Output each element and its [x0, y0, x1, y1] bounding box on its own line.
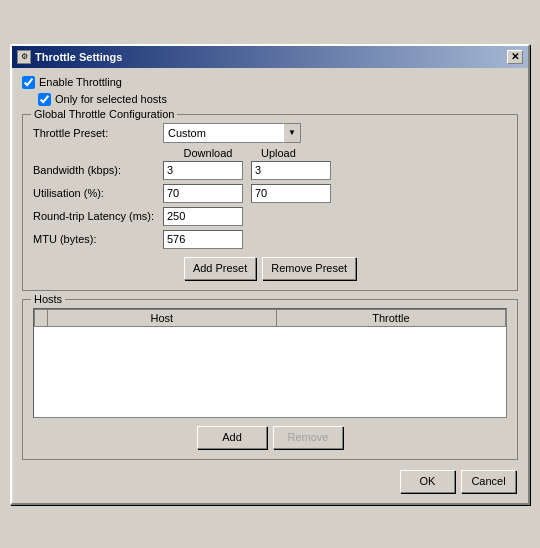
download-upload-headers: Download Upload — [163, 147, 507, 159]
preset-select-arrow[interactable]: ▼ — [283, 123, 301, 143]
hosts-group-label: Hosts — [31, 293, 65, 305]
close-button[interactable]: ✕ — [507, 50, 523, 64]
bandwidth-label: Bandwidth (kbps): — [33, 164, 163, 176]
utilisation-inputs — [163, 184, 331, 203]
enable-throttling-label: Enable Throttling — [39, 76, 122, 88]
title-bar-left: ⚙ Throttle Settings — [17, 50, 122, 64]
add-preset-button[interactable]: Add Preset — [184, 257, 256, 280]
only-selected-hosts-checkbox[interactable] — [38, 93, 51, 106]
utilisation-row: Utilisation (%): — [33, 184, 507, 203]
utilisation-upload-input[interactable] — [251, 184, 331, 203]
cancel-button[interactable]: Cancel — [461, 470, 516, 493]
throttle-settings-window: ⚙ Throttle Settings ✕ Enable Throttling … — [10, 44, 530, 505]
global-throttle-group: Global Throttle Configuration Throttle P… — [22, 114, 518, 291]
window-content: Enable Throttling Only for selected host… — [12, 68, 528, 503]
title-bar: ⚙ Throttle Settings ✕ — [12, 46, 528, 68]
hosts-table-head: Host Throttle — [35, 309, 506, 326]
bandwidth-inputs — [163, 161, 331, 180]
preset-select-container: Custom Modem 56k ISDN 128k DSL 256k DSL … — [163, 123, 301, 143]
hosts-col-host: Host — [48, 309, 277, 326]
window-icon: ⚙ — [17, 50, 31, 64]
only-selected-hosts-row: Only for selected hosts — [22, 93, 518, 106]
bandwidth-download-input[interactable] — [163, 161, 243, 180]
bottom-buttons: OK Cancel — [22, 470, 518, 493]
enable-throttling-checkbox[interactable] — [22, 76, 35, 89]
remove-preset-button[interactable]: Remove Preset — [262, 257, 356, 280]
hosts-table: Host Throttle — [34, 309, 506, 327]
latency-label: Round-trip Latency (ms): — [33, 210, 163, 222]
latency-row: Round-trip Latency (ms): — [33, 207, 507, 226]
window-title: Throttle Settings — [35, 51, 122, 63]
latency-input[interactable] — [163, 207, 243, 226]
hosts-table-container: Host Throttle — [33, 308, 507, 418]
hosts-table-header-row: Host Throttle — [35, 309, 506, 326]
remove-host-button[interactable]: Remove — [273, 426, 343, 449]
only-selected-hosts-label: Only for selected hosts — [55, 93, 167, 105]
mtu-label: MTU (bytes): — [33, 233, 163, 245]
bandwidth-row: Bandwidth (kbps): — [33, 161, 507, 180]
host-buttons-row: Add Remove — [33, 426, 507, 449]
add-host-button[interactable]: Add — [197, 426, 267, 449]
preset-select[interactable]: Custom Modem 56k ISDN 128k DSL 256k DSL … — [163, 123, 283, 143]
ok-button[interactable]: OK — [400, 470, 455, 493]
download-header: Download — [163, 147, 253, 159]
throttle-preset-label: Throttle Preset: — [33, 127, 163, 139]
mtu-input[interactable] — [163, 230, 243, 249]
preset-buttons-row: Add Preset Remove Preset — [33, 257, 507, 280]
utilisation-download-input[interactable] — [163, 184, 243, 203]
hosts-group: Hosts Host Throttle Add — [22, 299, 518, 460]
enable-throttling-row: Enable Throttling — [22, 76, 518, 89]
upload-header: Upload — [261, 147, 341, 159]
hosts-col-throttle: Throttle — [276, 309, 505, 326]
bandwidth-upload-input[interactable] — [251, 161, 331, 180]
global-throttle-group-label: Global Throttle Configuration — [31, 108, 177, 120]
hosts-col-index — [35, 309, 48, 326]
throttle-preset-row: Throttle Preset: Custom Modem 56k ISDN 1… — [33, 123, 507, 143]
utilisation-label: Utilisation (%): — [33, 187, 163, 199]
mtu-row: MTU (bytes): — [33, 230, 507, 249]
